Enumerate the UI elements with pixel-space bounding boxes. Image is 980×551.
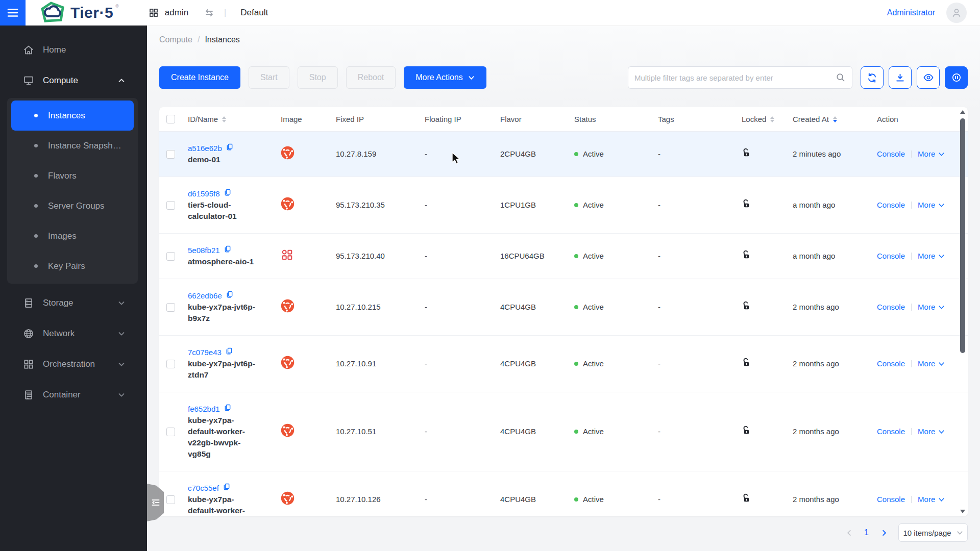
instance-name: kube-yx7pa-default-worker-	[188, 494, 258, 516]
tier5-logo-icon	[40, 2, 66, 24]
prev-page-button[interactable]	[843, 527, 855, 539]
sidebar-subitem-images[interactable]: Images	[11, 221, 134, 251]
page-size-select[interactable]: 10 items/page	[898, 523, 968, 542]
row-checkbox[interactable]	[166, 360, 175, 368]
orchestration-icon	[22, 358, 35, 370]
sidebar-subitem-flavors[interactable]: Flavors	[11, 161, 134, 191]
more-link[interactable]: More	[918, 426, 945, 437]
hamburger-menu-button[interactable]	[0, 0, 26, 26]
flavor: 4CPU4GB	[494, 290, 568, 324]
sidebar-item-compute[interactable]: Compute	[0, 65, 147, 96]
search-icon[interactable]	[836, 72, 846, 83]
page-number[interactable]: 1	[863, 528, 870, 537]
next-page-button[interactable]	[878, 527, 890, 539]
sort-carets-icon[interactable]	[222, 116, 226, 122]
chevron-down-icon	[117, 330, 126, 338]
create-instance-button[interactable]: Create Instance	[159, 66, 240, 89]
sort-carets-icon[interactable]	[833, 116, 837, 122]
scroll-down-arrow-icon[interactable]	[960, 510, 966, 513]
column-header-created-at[interactable]: Created At	[787, 115, 871, 123]
administrator-link[interactable]: Administrator	[887, 8, 935, 17]
sidebar-item-container[interactable]: Container	[0, 380, 147, 410]
chevron-down-icon	[938, 202, 945, 209]
row-checkbox[interactable]	[166, 495, 175, 504]
more-link[interactable]: More	[918, 148, 945, 160]
download-button[interactable]	[889, 66, 912, 89]
column-header-image: Image	[275, 115, 330, 123]
scroll-up-arrow-icon[interactable]	[960, 110, 966, 114]
select-all-checkbox[interactable]	[166, 115, 175, 123]
copy-icon[interactable]	[224, 404, 231, 415]
sidebar-subitem-server-groups[interactable]: Server Groups	[11, 191, 134, 221]
instance-id-link[interactable]: 7c079e43	[188, 347, 222, 358]
sort-carets-icon[interactable]	[770, 116, 774, 122]
status-dot-icon	[574, 497, 578, 502]
column-header-locked[interactable]: Locked	[736, 115, 787, 123]
scrollbar-thumb[interactable]	[960, 118, 965, 353]
copy-icon[interactable]	[225, 347, 233, 358]
sidebar-item-network[interactable]: Network	[0, 318, 147, 349]
copy-icon[interactable]	[224, 188, 231, 199]
more-link[interactable]: More	[918, 302, 945, 313]
sidebar-item-orchestration[interactable]: Orchestration	[0, 349, 147, 380]
more-link[interactable]: More	[918, 251, 945, 262]
sidebar-subitem-instance-snapsh-[interactable]: Instance Snapsh…	[11, 131, 134, 161]
instance-id-link[interactable]: 662edb6e	[188, 290, 222, 302]
start-button[interactable]: Start	[249, 66, 289, 89]
column-header-id-name[interactable]: ID/Name	[182, 115, 275, 123]
refresh-button[interactable]	[861, 66, 884, 89]
workspace-name[interactable]: admin	[165, 8, 188, 18]
copy-icon[interactable]	[226, 143, 233, 154]
row-checkbox[interactable]	[166, 428, 175, 436]
tags: -	[652, 239, 736, 273]
column-header-floating-ip: Floating IP	[419, 115, 494, 123]
table-row: 5e08fb21 atmosphere-aio-1 95.173.210.40 …	[159, 234, 968, 279]
breadcrumb-compute[interactable]: Compute	[159, 35, 192, 44]
bullet-icon	[34, 114, 38, 117]
instance-id-link[interactable]: d61595f8	[188, 188, 220, 199]
console-link[interactable]: Console	[877, 358, 905, 369]
row-checkbox[interactable]	[166, 252, 175, 261]
instance-id-link[interactable]: a516e62b	[188, 143, 222, 154]
table-row: fe652bd1 kube-yx7pa-default-worker-v22gb…	[159, 392, 968, 471]
console-link[interactable]: Console	[877, 251, 905, 262]
instance-id-link[interactable]: fe652bd1	[188, 404, 220, 415]
switch-workspace-icon[interactable]	[204, 8, 215, 18]
row-checkbox[interactable]	[166, 303, 175, 312]
tier5-logo[interactable]: Tier·5 ®	[40, 2, 119, 24]
stop-auto-refresh-button[interactable]	[945, 66, 968, 89]
sidebar-item-home[interactable]: Home	[0, 35, 147, 65]
scope-name[interactable]: Default	[240, 8, 268, 18]
chevron-down-icon	[938, 151, 945, 158]
copy-icon[interactable]	[224, 245, 231, 256]
row-checkbox[interactable]	[166, 201, 175, 210]
hamburger-icon	[7, 7, 19, 19]
console-link[interactable]: Console	[877, 199, 905, 211]
reboot-button[interactable]: Reboot	[346, 66, 396, 89]
instance-name: atmosphere-aio-1	[188, 256, 258, 267]
avatar[interactable]	[946, 3, 967, 23]
console-link[interactable]: Console	[877, 148, 905, 160]
sidebar-item-storage[interactable]: Storage	[0, 288, 147, 318]
filter-input[interactable]	[634, 73, 836, 82]
column-visibility-button[interactable]	[917, 66, 940, 89]
stop-button[interactable]: Stop	[298, 66, 338, 89]
more-link[interactable]: More	[918, 358, 945, 369]
breadcrumb-instances: Instances	[205, 35, 239, 44]
copy-icon[interactable]	[226, 290, 233, 302]
more-link[interactable]: More	[918, 199, 945, 211]
unlock-icon	[742, 202, 751, 210]
table-scrollbar[interactable]	[959, 109, 966, 514]
instance-id-link[interactable]: c70c55ef	[188, 483, 219, 494]
sidebar-subitem-instances[interactable]: Instances	[11, 101, 134, 131]
sidebar-subitem-key-pairs[interactable]: Key Pairs	[11, 251, 134, 281]
console-link[interactable]: Console	[877, 302, 905, 313]
console-link[interactable]: Console	[877, 494, 905, 505]
instance-id-link[interactable]: 5e08fb21	[188, 245, 220, 256]
console-link[interactable]: Console	[877, 426, 905, 437]
more-link[interactable]: More	[918, 494, 945, 505]
floating-ip: -	[419, 483, 494, 516]
row-checkbox[interactable]	[166, 150, 175, 159]
copy-icon[interactable]	[223, 483, 230, 494]
more-actions-button[interactable]: More Actions	[404, 66, 486, 89]
